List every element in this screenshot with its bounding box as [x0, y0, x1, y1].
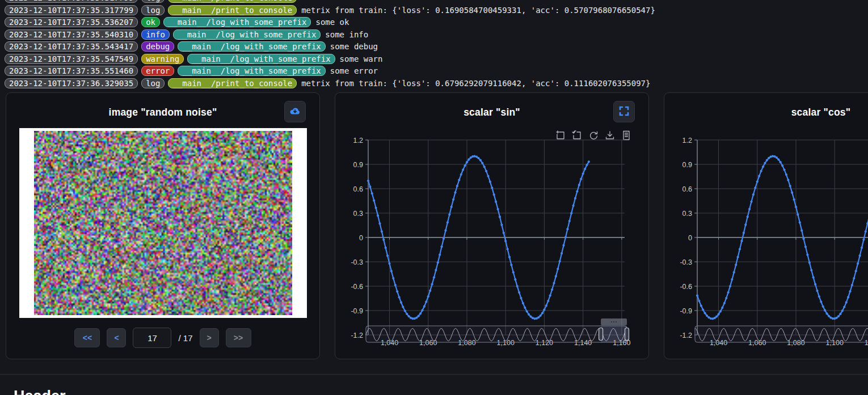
log-message: some info: [325, 30, 368, 39]
level-badge: info: [141, 29, 170, 40]
svg-text:0.9: 0.9: [353, 161, 363, 169]
svg-text:1.2: 1.2: [682, 137, 692, 145]
datazoom-window[interactable]: [601, 326, 627, 342]
timestamp-badge: 2023-12-10T17:37:35.543417: [5, 41, 138, 52]
cards-row: image "random noise" << < / 17 > >> scal…: [6, 92, 868, 359]
function-badge: __main__/log_with_some_prefix: [187, 54, 335, 64]
level-badge: log: [141, 78, 165, 88]
download-image-button[interactable]: [284, 101, 306, 122]
svg-text:-0.3: -0.3: [351, 258, 363, 266]
log-row: 2023-12-10T17:37:35.317799log__main__/pr…: [5, 5, 868, 16]
svg-text:-0.9: -0.9: [351, 307, 363, 315]
datazoom-handle[interactable]: [599, 328, 603, 341]
svg-text:0.3: 0.3: [682, 210, 692, 218]
svg-text:-1.2: -1.2: [351, 332, 363, 339]
noise-image: [34, 131, 292, 315]
level-badge: log: [141, 0, 165, 3]
image-card: image "random noise" << < / 17 > >>: [6, 92, 320, 359]
page-number-input[interactable]: [133, 328, 171, 348]
svg-text:0: 0: [359, 234, 363, 242]
cos-line-chart[interactable]: 1.20.90.60.30-0.3-0.6-0.9-1.21,0401,0601…: [664, 93, 868, 360]
timestamp-badge: 2023-12-10T17:37:35.547549: [5, 54, 138, 64]
svg-text:-0.9: -0.9: [680, 307, 692, 315]
timestamp-badge: 2023-12-10T17:37:35.536207: [5, 17, 138, 27]
scalar-sin-card: scalar "sin" 1.20.90.60.30-0.3-0.6-0.9-1…: [335, 92, 649, 359]
image-pagination: << < / 17 > >>: [6, 328, 319, 348]
function-badge: __main__/print_to_console: [168, 5, 297, 15]
datazoom-handle[interactable]: [625, 328, 629, 341]
function-badge: __main__/log_with_some_prefix: [173, 29, 321, 40]
level-badge: debug: [141, 41, 174, 52]
function-badge: __main__/log_with_some_prefix: [178, 66, 325, 76]
log-row: 2023-12-10T17:37:35.536207ok__main__/log…: [5, 17, 868, 28]
log-row: 2023-12-10T17:37:35.551460error__main__/…: [5, 66, 868, 77]
svg-text:1.2: 1.2: [353, 137, 363, 145]
svg-text:-0.3: -0.3: [680, 258, 692, 266]
svg-text:0: 0: [688, 234, 692, 242]
first-page-button[interactable]: <<: [74, 328, 100, 347]
timestamp-badge: 2023-12-10T17:37:35.540310: [5, 29, 138, 40]
level-badge: warning: [141, 54, 184, 64]
next-section-heading: Header: [14, 388, 66, 395]
level-badge: ok: [141, 17, 160, 27]
log-row: 2023-12-10T17:37:35.317799log__main__/pr…: [5, 0, 868, 3]
function-badge: __main__/print_to_console: [168, 0, 297, 3]
cloud-download-icon: [289, 105, 301, 119]
log-row: 2023-12-10T17:37:36.329035log__main__/pr…: [5, 78, 868, 89]
svg-text:0.9: 0.9: [682, 161, 692, 169]
next-page-button[interactable]: >: [200, 328, 219, 347]
function-badge: __main__/print_to_console: [168, 78, 297, 88]
log-console: 2023-12-10T17:37:35.317799log__main__/pr…: [0, 0, 868, 88]
svg-text:0.6: 0.6: [353, 185, 363, 193]
prev-page-button[interactable]: <: [107, 328, 126, 347]
svg-text:-1.2: -1.2: [680, 332, 692, 339]
timestamp-badge: 2023-12-10T17:37:35.317799: [5, 0, 138, 3]
log-row: 2023-12-10T17:37:35.540310info__main__/l…: [5, 29, 868, 40]
log-message: metrix from train: {'loss': 0.1690584700…: [301, 6, 655, 15]
function-badge: __main__/log_with_some_prefix: [163, 17, 311, 27]
section-divider: [0, 374, 868, 375]
log-row: 2023-12-10T17:37:35.547549warning__main_…: [5, 54, 868, 65]
log-message: metrix from train: {'loss': 0.6796292079…: [301, 79, 650, 88]
level-badge: log: [141, 5, 165, 15]
timestamp-badge: 2023-12-10T17:37:35.551460: [5, 66, 138, 76]
page-total-label: / 17: [178, 333, 192, 343]
scalar-cos-card: scalar "cos" 1.20.90.60.30-0.3-0.6-0.9-1…: [664, 92, 868, 359]
last-page-button[interactable]: >>: [226, 328, 251, 347]
log-row: 2023-12-10T17:37:35.543417debug__main__/…: [5, 41, 868, 52]
log-message: some error: [330, 66, 378, 75]
log-message: some debug: [330, 42, 378, 51]
svg-text:-0.6: -0.6: [680, 283, 692, 291]
svg-text:0.3: 0.3: [353, 210, 363, 218]
svg-text:0.6: 0.6: [682, 185, 692, 193]
level-badge: error: [141, 66, 174, 76]
log-message: some ok: [315, 18, 349, 27]
sin-line-chart[interactable]: 1.20.90.60.30-0.3-0.6-0.9-1.21,0401,0601…: [335, 93, 650, 360]
log-message: some warn: [340, 54, 383, 63]
image-frame: [19, 128, 307, 318]
datazoom-slider[interactable]: [366, 326, 627, 342]
timestamp-badge: 2023-12-10T17:37:35.317799: [5, 5, 138, 15]
svg-text:-0.6: -0.6: [351, 283, 363, 291]
image-card-title: image "random noise": [6, 107, 319, 118]
timestamp-badge: 2023-12-10T17:37:36.329035: [5, 78, 138, 88]
function-badge: __main__/log_with_some_prefix: [178, 41, 325, 52]
